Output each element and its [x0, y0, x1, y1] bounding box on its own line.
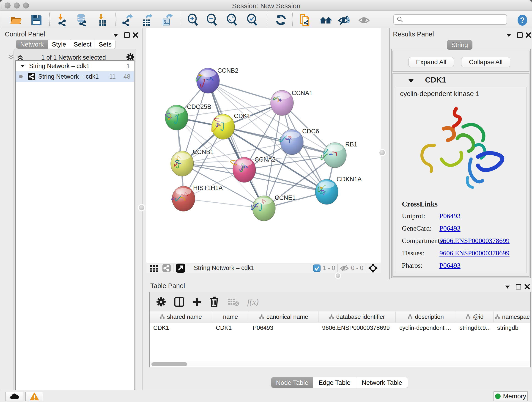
import-network-from-file-button[interactable]	[56, 13, 69, 26]
zoom-in-button[interactable]	[187, 13, 200, 26]
network-edge[interactable]	[184, 199, 264, 208]
open-session-button[interactable]	[9, 13, 22, 26]
footer-separator	[188, 264, 188, 272]
collapse-all-button[interactable]: Collapse All	[461, 57, 510, 67]
table-cell[interactable]: CDK1	[150, 322, 212, 333]
network-node-CCNA1[interactable]	[271, 90, 293, 115]
table-cell[interactable]: P06493	[249, 322, 318, 333]
column-header-database-identifier[interactable]: database identifier	[318, 312, 396, 322]
network-node-RB1[interactable]	[321, 143, 346, 168]
crosslink-link[interactable]: P06493	[439, 262, 461, 269]
table-hscrollbar-track[interactable]	[151, 362, 530, 366]
tab-edge-table[interactable]: Edge Table	[313, 377, 356, 388]
import-network-from-database-button[interactable]	[75, 13, 88, 26]
tab-node-table[interactable]: Node Table	[271, 377, 313, 388]
duplicate-network-icon	[298, 13, 311, 26]
collapse-panel-icon[interactable]	[113, 33, 119, 37]
save-session-button[interactable]	[30, 13, 43, 26]
zoom-fit-content-button[interactable]	[226, 13, 239, 26]
crosslink-link[interactable]: P06493	[439, 224, 461, 232]
table-cell[interactable]: CDK1	[212, 322, 249, 333]
svg-text:?: ?	[520, 16, 525, 24]
network-node-HIST1H1A[interactable]	[172, 186, 195, 211]
crosslink-link[interactable]: 9606.ENSP00000378699	[439, 249, 510, 257]
zoom-selected-button[interactable]	[246, 13, 259, 26]
delete-column-icon[interactable]	[209, 296, 219, 307]
network-node-CCNB1[interactable]	[171, 151, 194, 176]
table-cell[interactable]: cyclin-dependent ...	[396, 322, 456, 333]
table-options-gear-icon[interactable]	[156, 297, 166, 307]
network-row-selected[interactable]: String Network – cdk1 11 48	[16, 71, 134, 82]
table-cell[interactable]: stringdb	[494, 322, 530, 333]
search-input[interactable]	[404, 16, 502, 23]
refresh-button[interactable]	[274, 13, 287, 26]
close-panel-icon[interactable]	[524, 284, 530, 290]
show-columns-icon[interactable]	[174, 297, 184, 307]
tab-network-table[interactable]: Network Table	[356, 377, 408, 388]
window-title: Session: New Session	[0, 2, 532, 10]
network-node-CCNB2[interactable]	[196, 68, 220, 93]
tab-style[interactable]: Style	[48, 40, 70, 49]
cloud-button[interactable]	[6, 392, 23, 401]
help-button[interactable]: ?	[517, 14, 528, 27]
database-icon	[75, 13, 88, 26]
warnings-button[interactable]	[25, 392, 43, 401]
tab-network[interactable]: Network	[16, 40, 48, 49]
column-header-description[interactable]: description	[396, 312, 456, 322]
column-header-name[interactable]: name	[212, 312, 249, 322]
column-header--id[interactable]: @id	[456, 312, 494, 322]
show-all-button[interactable]	[358, 13, 371, 26]
table-row[interactable]: CDK1CDK1P064939606.ENSP00000378699cyclin…	[150, 322, 530, 333]
export-image-button[interactable]	[160, 13, 173, 26]
expand-all-networks-icon[interactable]	[17, 54, 24, 61]
table-cell[interactable]: 9606.ENSP00000378699	[318, 322, 396, 333]
float-panel-icon[interactable]	[124, 32, 130, 38]
network-node-CCNE1[interactable]	[251, 196, 275, 221]
right-splitter-handle[interactable]	[380, 150, 385, 155]
section-expand-icon[interactable]	[408, 79, 414, 83]
footer-separator	[337, 264, 338, 272]
import-table-from-file-button[interactable]	[96, 13, 109, 26]
tab-select[interactable]: Select	[70, 40, 95, 49]
collapse-all-networks-icon[interactable]	[7, 54, 14, 61]
column-header-shared-name[interactable]: shared name	[150, 312, 212, 322]
grid-view-icon[interactable]	[150, 264, 158, 272]
birdseye-crosshair-icon[interactable]	[368, 263, 378, 273]
tab-string[interactable]: String	[447, 40, 472, 50]
close-panel-icon[interactable]	[525, 32, 531, 38]
float-panel-icon[interactable]	[516, 284, 521, 289]
crosslink-link[interactable]: 9606.ENSP00000378699	[439, 237, 510, 245]
collapse-panel-icon[interactable]	[505, 285, 510, 289]
float-panel-icon[interactable]	[517, 32, 523, 38]
expand-all-button[interactable]: Expand All	[409, 57, 454, 67]
network-node-CDKN1A[interactable]	[315, 179, 338, 204]
table-cell[interactable]: stringdb:9...	[456, 322, 494, 333]
network-node-CDK1[interactable]	[212, 114, 234, 139]
zoom-out-button[interactable]	[206, 13, 219, 26]
collapse-panel-icon[interactable]	[506, 33, 512, 37]
network-view-icon[interactable]	[162, 264, 171, 273]
network-node-CDC25B[interactable]	[165, 105, 188, 130]
bottom-splitter-handle[interactable]	[336, 274, 340, 278]
network-canvas[interactable]: CCNB2CCNA1CDC25BCDK1CDC6RB1CCNB1CCNA2CDK…	[146, 28, 381, 263]
selected-checkbox-icon[interactable]	[313, 264, 321, 272]
tab-sets[interactable]: Sets	[95, 40, 115, 49]
open-in-new-window-icon[interactable]	[176, 263, 185, 273]
export-network-button[interactable]	[121, 13, 134, 26]
left-splitter-handle[interactable]	[139, 205, 144, 211]
memory-button[interactable]: Memory	[494, 391, 528, 401]
close-panel-icon[interactable]	[133, 32, 138, 38]
network-options-gear-icon[interactable]	[126, 53, 134, 61]
first-neighbors-button[interactable]	[319, 13, 332, 26]
column-header-namespac[interactable]: namespac	[494, 312, 530, 322]
add-column-icon[interactable]	[192, 297, 202, 307]
hide-selected-button[interactable]	[337, 13, 350, 26]
column-header-canonical-name[interactable]: canonical name	[249, 312, 318, 322]
crosslink-link[interactable]: P06493	[439, 212, 461, 220]
tree-expand-icon[interactable]	[20, 64, 25, 68]
table-hscrollbar-thumb[interactable]	[152, 362, 187, 366]
network-collection-row[interactable]: String Network – cdk1 1	[16, 61, 134, 71]
network-edge[interactable]	[244, 170, 327, 192]
export-table-button[interactable]	[140, 13, 153, 26]
duplicate-network-button[interactable]	[298, 13, 311, 26]
